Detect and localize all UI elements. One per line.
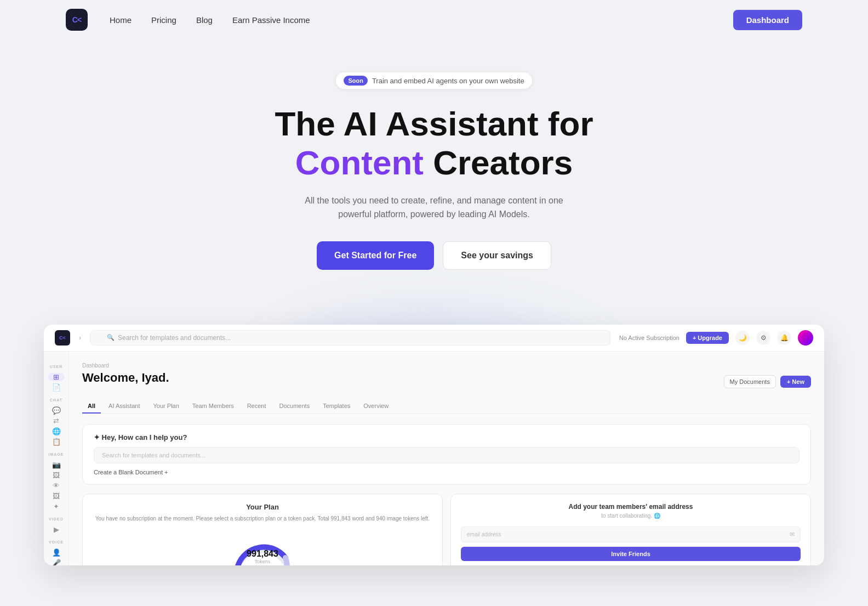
hero-buttons: Get Started for Free See your savings: [22, 241, 846, 270]
plan-description: You have no subscription at the moment. …: [93, 514, 432, 523]
sidebar-translate-icon[interactable]: ⇄: [48, 417, 65, 425]
tab-overview[interactable]: Overview: [358, 399, 394, 414]
team-subtitle: to start collaborating. 🌐: [461, 513, 801, 519]
db-logo-text: C<: [59, 335, 66, 341]
sidebar-chat-icon[interactable]: 💬: [48, 406, 65, 415]
user-avatar[interactable]: [798, 330, 813, 346]
invite-friends-button[interactable]: Invite Friends: [461, 547, 801, 561]
db-search-box[interactable]: 🔍 Search for templates and documents...: [90, 330, 610, 346]
subscription-text: No Active Subscription: [619, 335, 679, 341]
get-started-button[interactable]: Get Started for Free: [317, 241, 434, 270]
db-logo[interactable]: C<: [55, 330, 70, 346]
email-placeholder: email address: [467, 531, 501, 537]
email-input-field[interactable]: email address ✉: [461, 526, 801, 542]
sidebar-star-icon[interactable]: ✦: [48, 502, 65, 511]
sidebar-files-icon[interactable]: 📄: [48, 383, 65, 392]
sidebar-eye-icon[interactable]: 👁: [48, 482, 65, 490]
dashboard-preview: C< › 🔍 Search for templates and document…: [44, 325, 824, 565]
nav-pricing[interactable]: Pricing: [151, 15, 176, 25]
tab-your-plan[interactable]: Your Plan: [148, 399, 185, 414]
video-section-label: VIDEO: [49, 517, 64, 521]
ai-search-input[interactable]: Search for templates and documents...: [94, 447, 800, 463]
tokens-label: Tokens: [230, 559, 295, 564]
tab-documents[interactable]: Documents: [274, 399, 316, 414]
hero-title-line1: The AI Assistant for: [275, 105, 593, 143]
search-icon: 🔍: [107, 334, 115, 341]
db-main-content: Dashboard Welcome, Iyad. My Documents + …: [69, 352, 824, 565]
moon-icon-button[interactable]: 🌙: [735, 331, 750, 345]
chat-section-label: CHAT: [50, 398, 62, 402]
nav-links: Home Pricing Blog Earn Passive Income: [110, 15, 733, 25]
soon-badge: Soon Train and embed AI agents on your o…: [336, 72, 532, 89]
db-chevron-icon: ›: [79, 334, 81, 342]
create-blank-button[interactable]: Create a Blank Document +: [94, 469, 800, 475]
team-title: Add your team members' email address: [461, 503, 801, 511]
hero-section: Soon Train and embed AI agents on your o…: [0, 39, 868, 325]
db-tabs: All AI Assistant Your Plan Team Members …: [82, 399, 811, 414]
email-icon: ✉: [790, 531, 795, 538]
hero-subtitle: All the tools you need to create, refine…: [292, 194, 576, 222]
nav-earn[interactable]: Earn Passive Income: [232, 15, 310, 25]
my-documents-button[interactable]: My Documents: [724, 375, 776, 388]
upgrade-button[interactable]: + Upgrade: [686, 332, 729, 344]
hero-title-line2: Creators: [424, 144, 573, 182]
dashboard-button[interactable]: Dashboard: [733, 10, 802, 30]
sidebar-code-icon[interactable]: 📋: [48, 438, 65, 446]
tab-templates[interactable]: Templates: [317, 399, 356, 414]
tab-all[interactable]: All: [82, 399, 101, 414]
new-document-button[interactable]: + New: [780, 376, 811, 388]
sidebar-dashboard-icon[interactable]: ⊞: [48, 373, 65, 381]
see-savings-button[interactable]: See your savings: [443, 241, 551, 270]
sidebar-globe-icon[interactable]: 🌐: [48, 427, 65, 435]
hero-title: The AI Assistant for Content Creators: [22, 104, 846, 183]
db-cards-row: Your Plan You have no subscription at th…: [82, 494, 811, 565]
dashboard-container: C< › 🔍 Search for templates and document…: [44, 325, 824, 565]
db-search-placeholder: Search for templates and documents...: [118, 334, 231, 342]
sidebar-image2-icon[interactable]: 🖼: [48, 492, 65, 500]
hero-title-purple: Content: [295, 144, 424, 182]
settings-icon-button[interactable]: ⚙: [756, 331, 770, 345]
db-breadcrumb: Dashboard: [82, 363, 811, 369]
soon-tag: Soon: [344, 76, 368, 86]
ai-question: ✦ Hey, How can I help you?: [94, 433, 800, 441]
voice-section-label: VOICE: [49, 540, 64, 544]
sidebar-mic-icon[interactable]: 🎤: [48, 559, 65, 565]
db-topbar: C< › 🔍 Search for templates and document…: [44, 325, 824, 352]
nav-home[interactable]: Home: [110, 15, 132, 25]
logo[interactable]: C<: [66, 9, 88, 31]
nav-blog[interactable]: Blog: [196, 15, 213, 25]
sidebar-camera-icon[interactable]: 📷: [48, 461, 65, 469]
sidebar-person-icon[interactable]: 👤: [48, 548, 65, 557]
ai-assistant-card: ✦ Hey, How can I help you? Search for te…: [82, 424, 811, 485]
navbar: C< Home Pricing Blog Earn Passive Income…: [0, 0, 868, 39]
tab-ai-assistant[interactable]: AI Assistant: [103, 399, 145, 414]
tokens-number: 991,843: [230, 549, 295, 559]
team-card: Add your team members' email address to …: [450, 494, 811, 565]
plan-card: Your Plan You have no subscription at th…: [82, 494, 443, 565]
tab-team-members[interactable]: Team Members: [187, 399, 239, 414]
tab-recent[interactable]: Recent: [242, 399, 272, 414]
plan-title: Your Plan: [93, 503, 432, 511]
badge-text: Train and embed AI agents on your own we…: [372, 77, 524, 85]
db-welcome-heading: Welcome, Iyad.: [82, 371, 169, 385]
user-section-label: USER: [50, 365, 62, 369]
db-body: USER ⊞ 📄 CHAT 💬 ⇄ 🌐 📋 IMAGE 📷 🖼 👁 🖼 ✦ VI…: [44, 352, 824, 565]
bell-icon-button[interactable]: 🔔: [777, 331, 791, 345]
db-topbar-right: No Active Subscription + Upgrade 🌙 ⚙ 🔔: [619, 330, 813, 346]
image-section-label: IMAGE: [49, 452, 64, 456]
db-sidebar: USER ⊞ 📄 CHAT 💬 ⇄ 🌐 📋 IMAGE 📷 🖼 👁 🖼 ✦ VI…: [44, 352, 69, 565]
sidebar-video-icon[interactable]: ▶: [48, 525, 65, 534]
sidebar-image-icon[interactable]: 🖼: [48, 471, 65, 479]
logo-text: C<: [72, 15, 81, 24]
